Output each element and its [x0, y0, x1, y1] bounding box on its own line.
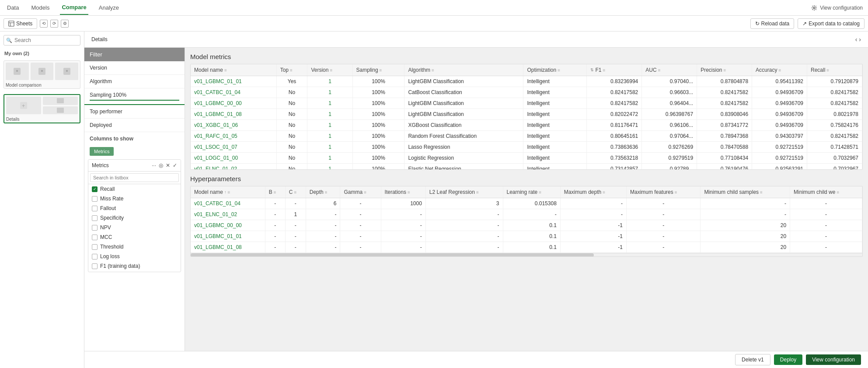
version-cell[interactable]: 1: [307, 120, 352, 131]
table-row[interactable]: v01_CATBC_01_04 - - 6 - 1000 3 0.015308 …: [191, 198, 862, 209]
metrics-item-auctrain[interactable]: AUC (training data): [88, 271, 181, 272]
table-row[interactable]: v01_RAFC_01_05 No 1 100% Random Forest C…: [191, 131, 862, 142]
table-row[interactable]: v01_LGBMC_00_00 - - - - - - 0.1 -1 - 20 …: [191, 220, 862, 231]
hyper-table-scroll[interactable]: Model name↑≡ B≡ C≡ Depth≡ Gamma≡ Iterati…: [191, 186, 862, 253]
table-row[interactable]: v01_LGBMC_01_01 Yes 1 100% LightGBM Clas…: [191, 76, 862, 87]
sheets-button[interactable]: Sheets: [3, 18, 37, 29]
model-name-menu[interactable]: ≡: [224, 68, 227, 73]
version-cell[interactable]: 1: [307, 164, 352, 170]
metrics-item-mcc[interactable]: MCC: [88, 232, 181, 242]
version-cell[interactable]: 1: [307, 98, 352, 109]
hyper-b-menu[interactable]: ≡: [274, 190, 276, 195]
metrics-item-logloss[interactable]: Log loss: [88, 252, 181, 261]
algorithm-menu[interactable]: ≡: [432, 68, 434, 73]
delete-button[interactable]: Delete v1: [735, 354, 770, 365]
filter-top-performer[interactable]: Top performer: [84, 105, 185, 119]
precision-menu[interactable]: ≡: [724, 68, 726, 73]
hyper-maxfeat-menu[interactable]: ≡: [675, 190, 677, 195]
export-button[interactable]: ↗ Export data to catalog: [798, 18, 865, 29]
deploy-button[interactable]: Deploy: [774, 354, 802, 365]
hyper-c-menu[interactable]: ≡: [294, 190, 297, 195]
metrics-item-fallout[interactable]: Fallout: [88, 203, 181, 213]
model-name-cell[interactable]: v01_LGBMC_01_08: [191, 109, 276, 120]
table-row[interactable]: v01_LGBMC_01_01 - - - - - - 0.1 -1 - 20 …: [191, 231, 862, 242]
auc-menu[interactable]: ≡: [658, 68, 661, 73]
metrics-search-input[interactable]: [90, 173, 179, 182]
table-row[interactable]: v01_XGBC_01_06 No 1 100% XGBoost Classif…: [191, 120, 862, 131]
nav-next-button[interactable]: ›: [859, 36, 861, 43]
f1-menu[interactable]: ≡: [603, 68, 605, 73]
hyper-model-cell[interactable]: v01_CATBC_01_04: [191, 198, 265, 209]
nav-data[interactable]: Data: [5, 1, 21, 14]
metrics-item-npv[interactable]: NPV: [88, 223, 181, 232]
metrics-check-icon[interactable]: ✓: [173, 162, 177, 168]
hyper-iter-menu[interactable]: ≡: [408, 190, 410, 195]
nav-compare[interactable]: Compare: [60, 0, 88, 15]
metrics-target-icon[interactable]: ◎: [159, 162, 163, 168]
nav-prev-button[interactable]: ‹: [855, 36, 858, 43]
filter-algorithm[interactable]: Algorithm: [84, 75, 185, 88]
nav-models[interactable]: Models: [29, 1, 51, 14]
hyper-maxdepth-menu[interactable]: ≡: [603, 190, 605, 195]
nav-analyze[interactable]: Analyze: [97, 1, 121, 14]
hyper-gamma-menu[interactable]: ≡: [364, 190, 366, 195]
version-cell[interactable]: 1: [307, 131, 352, 142]
view-config-button[interactable]: View configuration: [806, 354, 861, 365]
sampling-menu[interactable]: ≡: [380, 68, 382, 73]
version-menu[interactable]: ≡: [330, 68, 332, 73]
version-cell[interactable]: 1: [307, 153, 352, 164]
hyper-model-cell[interactable]: v01_LGBMC_01_01: [191, 231, 265, 242]
reload-button[interactable]: ↻ Reload data: [750, 18, 795, 29]
model-name-cell[interactable]: v01_LGBMC_01_01: [191, 76, 276, 87]
table-row[interactable]: v01_ELNC_01_02 - 1 - - - - - - - - -: [191, 209, 862, 220]
metrics-item-specificity[interactable]: Specificity: [88, 213, 181, 223]
table-row[interactable]: v01_CATBC_01_04 No 1 100% CatBoost Class…: [191, 87, 862, 98]
table-row[interactable]: v01_LGBMC_01_08 - - - - - - 0.1 -1 - 20 …: [191, 242, 862, 253]
table-row[interactable]: v01_LGBMC_01_08 No 1 100% LightGBM Class…: [191, 109, 862, 120]
version-cell[interactable]: 1: [307, 87, 352, 98]
metrics-table-scroll[interactable]: Model name≡ Top≡ Version≡ Sampling≡ Algo…: [191, 64, 862, 169]
metrics-item-recall[interactable]: ✓ Recall: [88, 184, 181, 194]
metrics-dots-icon[interactable]: ···: [152, 162, 156, 168]
search-input[interactable]: [3, 35, 80, 46]
table-row[interactable]: v01_LOGC_01_00 No 1 100% Logistic Regres…: [191, 153, 862, 164]
metrics-item-f1train[interactable]: F1 (training data): [88, 261, 181, 271]
metrics-item-threshold[interactable]: Threshold: [88, 242, 181, 252]
filter-version[interactable]: Version: [84, 61, 185, 75]
filter-deployed[interactable]: Deployed: [84, 119, 185, 132]
optimization-menu[interactable]: ≡: [558, 68, 560, 73]
model-card-details[interactable]: + Details: [3, 94, 80, 123]
top-menu[interactable]: ≡: [290, 68, 293, 73]
accuracy-menu[interactable]: ≡: [778, 68, 781, 73]
model-name-cell[interactable]: v01_LSOC_01_07: [191, 142, 276, 153]
recall-menu[interactable]: ≡: [826, 68, 829, 73]
metrics-close-icon[interactable]: ✕: [166, 162, 170, 168]
hyper-model-menu[interactable]: ≡: [228, 190, 230, 195]
model-name-cell[interactable]: v01_ELNC_01_02: [191, 164, 276, 170]
hyper-scrollbar[interactable]: [191, 253, 862, 256]
icon-btn-3[interactable]: ⚙: [61, 20, 69, 28]
model-name-cell[interactable]: v01_LOGC_01_00: [191, 153, 276, 164]
hyper-minchildw-menu[interactable]: ≡: [837, 190, 839, 195]
hyper-model-cell[interactable]: v01_LGBMC_01_08: [191, 242, 265, 253]
model-name-cell[interactable]: v01_CATBC_01_04: [191, 87, 276, 98]
hyper-lr-menu[interactable]: ≡: [539, 190, 541, 195]
hyper-l2-menu[interactable]: ≡: [476, 190, 479, 195]
model-card-comparison[interactable]: Model comparison: [3, 60, 80, 89]
view-config-nav[interactable]: View configuration: [811, 5, 863, 11]
icon-btn-1[interactable]: ⟲: [40, 20, 48, 28]
version-cell[interactable]: 1: [307, 142, 352, 153]
model-name-cell[interactable]: v01_LGBMC_00_00: [191, 98, 276, 109]
version-cell[interactable]: 1: [307, 76, 352, 87]
hyper-model-cell[interactable]: v01_ELNC_01_02: [191, 209, 265, 220]
model-name-cell[interactable]: v01_RAFC_01_05: [191, 131, 276, 142]
table-row[interactable]: v01_LGBMC_00_00 No 1 100% LightGBM Class…: [191, 98, 862, 109]
table-row[interactable]: v01_LSOC_01_07 No 1 100% Lasso Regressio…: [191, 142, 862, 153]
hyper-model-cell[interactable]: v01_LGBMC_00_00: [191, 220, 265, 231]
table-row[interactable]: v01_ELNC_01_02 No 1 100% Elastic Net Reg…: [191, 164, 862, 170]
hyper-depth-menu[interactable]: ≡: [325, 190, 328, 195]
version-cell[interactable]: 1: [307, 109, 352, 120]
model-name-cell[interactable]: v01_XGBC_01_06: [191, 120, 276, 131]
icon-btn-2[interactable]: ⟳: [50, 20, 58, 28]
filter-sampling[interactable]: Sampling 100%: [84, 88, 185, 105]
